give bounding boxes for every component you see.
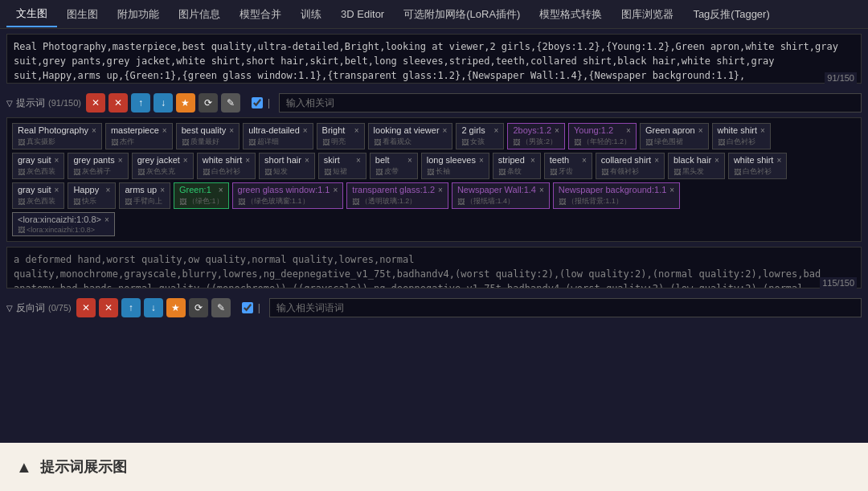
tags-row-3: gray suit× 🖼灰色西装 Happy× 🖼快乐 arms up× 🖼手臂… bbox=[12, 182, 856, 209]
positive-down-btn[interactable]: ↓ bbox=[154, 93, 173, 113]
tags-row-1: Real Photography× 🖼真实摄影 masterpiece× 🖼杰作… bbox=[12, 123, 856, 149]
tag-masterpiece[interactable]: masterpiece× 🖼杰作 bbox=[105, 123, 173, 149]
tag-transparent-glass[interactable]: transparent glass:1.2× 🖼（透明玻璃:1.2） bbox=[346, 182, 448, 209]
positive-edit-btn[interactable]: ✎ bbox=[221, 93, 240, 113]
positive-checkbox[interactable] bbox=[252, 97, 263, 108]
tag-green-apron[interactable]: Green apron× 🖼绿色围裙 bbox=[640, 123, 709, 149]
negative-prompt-container: a deformed hand,worst quality,ow quality… bbox=[6, 247, 862, 292]
tag-grey-pants[interactable]: grey pants× 🖼灰色裤子 bbox=[68, 153, 128, 179]
tag-looking-at-viewer[interactable]: looking at viewer× 🖼看着观众 bbox=[368, 123, 453, 149]
tag-real-photography[interactable]: Real Photography× 🖼真实摄影 bbox=[12, 123, 102, 149]
tag-teeth[interactable]: teeth× 🖼牙齿 bbox=[544, 153, 592, 179]
tab-convert[interactable]: 模型格式转换 bbox=[530, 2, 612, 27]
negative-refresh-btn[interactable]: ⟳ bbox=[189, 298, 208, 317]
negative-delete-btn[interactable]: ✕ bbox=[99, 298, 118, 317]
top-navigation: 文生图 图生图 附加功能 图片信息 模型合并 训练 3D Editor 可选附加… bbox=[0, 0, 868, 29]
tag-grey-jacket[interactable]: grey jacket× 🖼灰色夹克 bbox=[132, 153, 194, 179]
tag-collared-shirt[interactable]: collared shirt× 🖼有领衬衫 bbox=[596, 153, 665, 179]
tag-striped[interactable]: striped× 🖼条纹 bbox=[493, 153, 541, 179]
positive-search-input[interactable] bbox=[279, 93, 862, 113]
tab-browser[interactable]: 图库浏览器 bbox=[612, 2, 683, 27]
positive-search-row: | bbox=[252, 93, 862, 113]
tag-2-girls[interactable]: 2 girls× 🖼女孩 bbox=[456, 123, 504, 149]
tag-long-sleeves[interactable]: long sleeves× 🖼长袖 bbox=[421, 153, 489, 179]
tag-gray-suit-2[interactable]: gray suit× 🖼灰色西装 bbox=[12, 182, 64, 209]
positive-btn-group: ✕ ✕ ↑ ↓ ★ ⟳ ✎ bbox=[86, 93, 240, 113]
footer-title: 提示词展示图 bbox=[40, 457, 127, 477]
main-content: Real Photography,masterpiece,best qualit… bbox=[0, 29, 868, 443]
negative-search-row: | bbox=[242, 298, 862, 317]
tab-3deditor[interactable]: 3D Editor bbox=[331, 3, 394, 25]
tag-skirt[interactable]: skirt× 🖼短裙 bbox=[318, 153, 366, 179]
tag-newspaper-bg[interactable]: Newspaper background:1.1× 🖼（报纸背景:1.1） bbox=[553, 182, 680, 209]
negative-label: ▽ 反向词 (0/75) bbox=[6, 301, 72, 315]
negative-up-btn[interactable]: ↑ bbox=[121, 298, 141, 317]
neg-divider-bar: | bbox=[258, 302, 264, 313]
tag-white-shirt-1[interactable]: white shirt× 🖼白色衬衫 bbox=[712, 123, 771, 149]
tag-2boys[interactable]: 2boys:1.2× 🖼（男孩:2） bbox=[507, 123, 565, 149]
tab-imginfo[interactable]: 图片信息 bbox=[169, 2, 230, 27]
tag-white-shirt-2[interactable]: white shirt× 🖼白色衬衫 bbox=[197, 153, 256, 179]
negative-section-count: (0/75) bbox=[48, 303, 72, 313]
negative-prompt-header: ▽ 反向词 (0/75) ✕ ✕ ↑ ↓ ★ ⟳ ✎ | bbox=[6, 297, 862, 319]
tab-img2img[interactable]: 图生图 bbox=[57, 2, 108, 27]
tab-tagger[interactable]: Tag反推(Tagger) bbox=[683, 2, 779, 27]
positive-label: ▽ 提示词 (91/150) bbox=[6, 96, 81, 110]
positive-delete-btn[interactable]: ✕ bbox=[108, 93, 128, 113]
tag-young[interactable]: Young:1.2× 🖼（年轻的:1.2） bbox=[568, 123, 637, 149]
neg-arrow-icon: ▽ bbox=[6, 304, 13, 313]
positive-char-count: 91/150 bbox=[825, 72, 857, 84]
footer-triangle-icon: ▲ bbox=[16, 458, 32, 477]
tab-lora[interactable]: 可选附加网络(LoRA插件) bbox=[394, 2, 530, 27]
positive-prompt-container: Real Photography,masterpiece,best qualit… bbox=[6, 34, 862, 87]
positive-section-count: (91/150) bbox=[48, 98, 81, 108]
tag-white-shirt-3[interactable]: white shirt× 🖼白色衬衫 bbox=[728, 153, 787, 179]
positive-prompt-header: ▽ 提示词 (91/150) ✕ ✕ ↑ ↓ ★ ⟳ ✎ | bbox=[6, 92, 862, 114]
negative-prompt-textarea[interactable]: a deformed hand,worst quality,ow quality… bbox=[6, 247, 862, 288]
negative-char-count: 115/150 bbox=[820, 277, 857, 288]
negative-star-btn[interactable]: ★ bbox=[166, 298, 186, 317]
positive-clear-btn[interactable]: ✕ bbox=[86, 93, 105, 113]
negative-btn-group: ✕ ✕ ↑ ↓ ★ ⟳ ✎ bbox=[76, 298, 231, 317]
positive-up-btn[interactable]: ↑ bbox=[131, 93, 150, 113]
tag-bright[interactable]: Bright× 🖼明亮 bbox=[317, 123, 365, 149]
tag-gray-suit-1[interactable]: gray suit× 🖼灰色西装 bbox=[12, 153, 64, 179]
negative-down-btn[interactable]: ↓ bbox=[144, 298, 163, 317]
tag-ultra-detailed[interactable]: ultra-detailed× 🖼超详细 bbox=[243, 123, 313, 149]
tag-best-quality[interactable]: best quality× 🖼质量最好 bbox=[176, 123, 240, 149]
tag-green-glass-window[interactable]: green glass window:1.1× 🖼（绿色玻璃窗:1.1） bbox=[232, 182, 344, 209]
positive-refresh-btn[interactable]: ⟳ bbox=[199, 93, 218, 113]
divider-bar: | bbox=[268, 97, 274, 108]
tags-row-4: <lora:xincaizhi:1:0.8>× 🖼<lora:xincaizhi… bbox=[12, 212, 856, 236]
positive-star-btn[interactable]: ★ bbox=[176, 93, 195, 113]
tab-train[interactable]: 训练 bbox=[291, 2, 331, 27]
tag-newspaper-wall[interactable]: Newspaper Wall:1.4× 🖼（报纸墙:1.4） bbox=[452, 182, 550, 209]
negative-clear-btn[interactable]: ✕ bbox=[76, 298, 96, 317]
tag-short-hair[interactable]: short hair× 🖼短发 bbox=[259, 153, 315, 179]
positive-tags-container: Real Photography× 🖼真实摄影 masterpiece× 🖼杰作… bbox=[6, 117, 862, 242]
tab-txt2img[interactable]: 文生图 bbox=[6, 2, 57, 27]
footer: ▲ 提示词展示图 bbox=[0, 443, 868, 491]
tag-lora[interactable]: <lora:xincaizhi:1:0.8>× 🖼<lora:xincaizhi… bbox=[12, 212, 115, 236]
negative-checkbox[interactable] bbox=[242, 302, 253, 313]
negative-search-input[interactable] bbox=[269, 298, 862, 317]
tag-belt[interactable]: belt× 🖼皮带 bbox=[370, 153, 418, 179]
tab-merge[interactable]: 模型合并 bbox=[230, 2, 291, 27]
tag-green-1[interactable]: Green:1× 🖼（绿色:1） bbox=[174, 182, 229, 209]
tag-arms-up[interactable]: arms up× 🖼手臂向上 bbox=[119, 182, 170, 209]
negative-edit-btn[interactable]: ✎ bbox=[211, 298, 231, 317]
positive-prompt-textarea[interactable]: Real Photography,masterpiece,best qualit… bbox=[6, 34, 862, 84]
tag-black-hair[interactable]: black hair× 🖼黑头发 bbox=[668, 153, 725, 179]
tag-happy[interactable]: Happy× 🖼快乐 bbox=[68, 182, 116, 209]
tags-row-2: gray suit× 🖼灰色西装 grey pants× 🖼灰色裤子 grey … bbox=[12, 153, 856, 179]
tab-extra[interactable]: 附加功能 bbox=[108, 2, 169, 27]
arrow-icon: ▽ bbox=[6, 99, 13, 108]
